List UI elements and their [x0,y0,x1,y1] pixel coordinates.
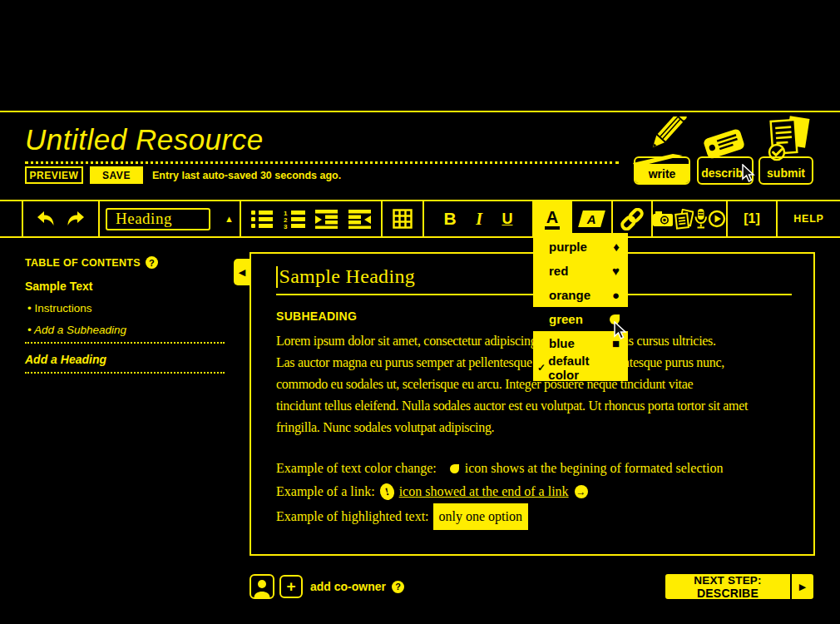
italic-button[interactable]: I [476,210,482,229]
numbered-list-icon: 1 2 3 [284,210,305,229]
heading-style-select[interactable]: Heading [106,208,210,230]
microphone-icon [694,209,707,229]
link-end-arrow-icon: → [575,485,588,498]
menu-item-red[interactable]: red ♥ [533,259,628,283]
insert-table-button[interactable] [393,209,413,229]
toc-item-add-subheading[interactable]: Add a Subheading [25,324,225,344]
tag-icon [699,123,752,160]
footnote-button[interactable]: [1] [728,201,778,236]
outdent-button[interactable] [348,210,371,229]
example-color-text: icon shows at the begining of formated s… [465,457,724,480]
example-color-label: Example of text color change: [276,457,437,480]
toc-item-add-heading[interactable]: Add a Heading [25,353,225,374]
cursor-arrow [614,321,630,341]
indent-button[interactable] [315,210,338,229]
highlight-button[interactable]: A [572,201,613,236]
toc-help-icon[interactable]: ? [146,256,158,269]
underline-button[interactable]: U [502,210,512,228]
autosave-status: Entry last auto-saved 30 seconds ago. [152,170,341,181]
play-icon [708,210,726,228]
indent-icon [315,210,338,229]
step-submit-button[interactable]: submit [758,156,813,185]
person-icon [253,578,271,597]
editor-content-panel[interactable]: Sample Heading SUBHEADING Lorem ipsum do… [250,252,815,556]
diamond-icon: ♦ [613,240,620,253]
cursor-arrow [742,164,758,184]
menu-item-label: purple [549,240,587,254]
formatting-toolbar: Heading ▲ 1 2 3 [0,200,840,238]
pages-icon [674,209,694,230]
toc-item-sample-text[interactable]: Sample Text [25,280,225,293]
redo-button[interactable] [66,210,87,228]
undo-redo-group [23,201,100,236]
circle-icon: ● [612,289,620,301]
paragraph-style-group: Heading ▲ [100,201,241,236]
add-coowner-button[interactable]: + [279,575,303,598]
top-divider [0,111,840,112]
media-group[interactable] [653,201,728,236]
bullet-list-button[interactable] [251,210,273,229]
chevron-left-icon: ◀ [239,267,245,278]
example-link-label: Example of a link: [276,480,375,503]
examples-block: Example of text color change: icon shows… [276,457,792,530]
document-heading: Sample Heading [279,265,416,288]
inline-format-group: B I U [424,201,532,236]
coowner-avatar [250,574,274,599]
coowner-help-icon[interactable]: ? [392,581,404,593]
example-link-line: Example of a link: ! icon showed at the … [276,480,792,503]
menu-item-orange[interactable]: orange ● [533,283,628,307]
outdent-icon [348,210,371,229]
title-underline [25,161,619,164]
example-color-line: Example of text color change: icon shows… [276,457,792,480]
example-highlight-label: Example of highlighted text: [276,505,429,528]
arrow-right-icon: ▶ [792,582,813,592]
example-link[interactable]: icon showed at the end of a link [399,480,569,503]
resource-title[interactable]: Untitled Resource [25,123,264,156]
next-step-label: NEXT STEP: [694,574,762,587]
toc-item-instructions[interactable]: Instructions [25,302,225,314]
table-icon [393,209,413,229]
toc-title: TABLE OF CONTENTS [25,257,141,269]
body-line: tincidunt tellus eleifend. Nulla sodales… [276,395,792,417]
menu-item-purple[interactable]: purple ♦ [533,235,628,259]
help-button[interactable]: HELP [778,201,840,236]
menu-item-default-color[interactable]: ✓ default color [533,355,628,379]
check-icon: ✓ [537,362,548,374]
camera-icon [653,211,673,226]
link-button[interactable] [613,201,653,236]
save-button[interactable]: SAVE [90,166,143,184]
menu-item-label: blue [549,336,575,350]
link-icon [620,208,645,230]
collapse-panel-button[interactable]: ◀ [234,259,250,285]
plus-icon: + [286,577,295,596]
undo-button[interactable] [34,210,56,228]
bold-button[interactable]: B [444,209,457,229]
menu-item-label: default color [548,354,620,382]
highlight-label: A [587,212,596,226]
list-group: 1 2 3 [241,201,383,236]
text-caret [276,266,278,288]
next-step-action: DESCRIBE [697,587,758,600]
redo-icon [66,210,87,228]
heart-icon: ♥ [612,265,620,277]
table-of-contents: TABLE OF CONTENTS ? Sample Text Instruct… [25,256,225,374]
numbered-list-button[interactable]: 1 2 3 [284,210,305,229]
step-submit-label: submit [767,166,805,183]
text-color-label: A [545,208,560,230]
text-color-button-active[interactable]: A [532,201,572,236]
editor-page: Untitled Resource PREVIEW SAVE Entry las… [0,0,840,624]
next-step-button[interactable]: NEXT STEP: DESCRIBE ▶ [665,574,813,599]
pencil-icon [630,116,694,170]
toolbar-spacer [0,201,23,236]
table-group [383,201,424,236]
preview-button[interactable]: PREVIEW [25,166,83,184]
link-start-icon: ! [378,482,395,502]
menu-item-label: green [549,312,583,326]
body-line: fringilla. Nunc sodales volutpat adipisc… [276,417,792,438]
add-coowner-label: add co-owner [310,580,386,593]
help-label: HELP [793,213,824,225]
menu-item-label: orange [549,288,590,302]
chevron-up-icon[interactable]: ▲ [225,214,234,224]
bullet-list-icon [251,210,273,229]
menu-item-label: red [549,264,568,278]
